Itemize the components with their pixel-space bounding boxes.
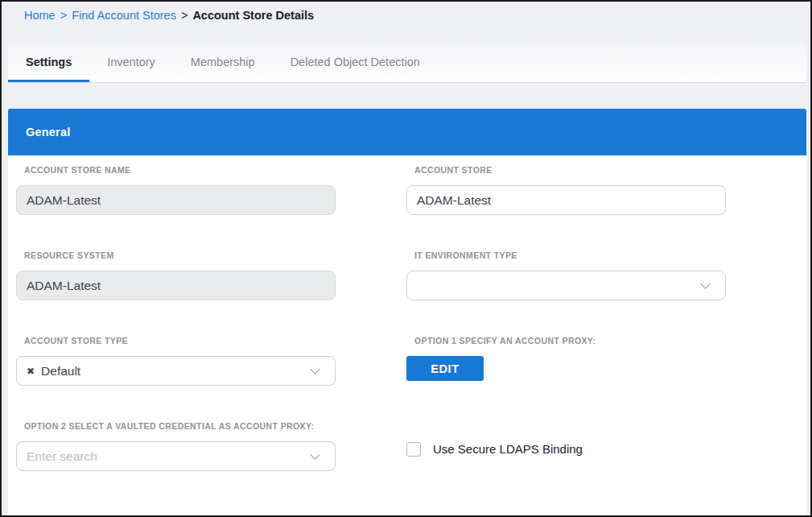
it-environment-type-dropdown[interactable]: [406, 271, 726, 300]
option2-vaulted-credential-field: OPTION 2 SELECT A VAULTED CREDENTIAL AS …: [16, 420, 336, 471]
breadcrumb-separator: >: [181, 9, 188, 22]
account-store-type-field: ACCOUNT STORE TYPE ✖ Default: [16, 335, 336, 386]
account-store-details-page: Home>Find Account Stores>Account Store D…: [0, 0, 812, 517]
breadcrumb: Home>Find Account Stores>Account Store D…: [24, 9, 314, 22]
use-secure-ldaps-binding-label: Use Secure LDAPS Binding: [433, 442, 583, 457]
tab-settings[interactable]: Settings: [8, 43, 89, 82]
tab-inventory[interactable]: Inventory: [89, 43, 173, 82]
resource-system-field: RESOURCE SYSTEM: [16, 250, 336, 300]
option2-label: OPTION 2 SELECT A VAULTED CREDENTIAL AS …: [24, 420, 336, 432]
edit-account-proxy-button[interactable]: EDIT: [406, 356, 484, 381]
tab-deleted-object-detection[interactable]: Deleted Object Detection: [273, 43, 438, 82]
account-store-name-label: ACCOUNT STORE NAME: [24, 164, 336, 176]
vaulted-credential-search-input[interactable]: [16, 441, 336, 471]
breadcrumb-find-account-stores-link[interactable]: Find Account Stores: [72, 9, 176, 22]
resource-system-input: [16, 271, 336, 300]
general-panel: General ACCOUNT STORE NAME ACCOUNT STORE…: [8, 109, 806, 515]
option1-label: OPTION 1 SPECIFY AN ACCOUNT PROXY:: [414, 335, 726, 346]
account-store-label: ACCOUNT STORE: [414, 164, 726, 176]
panel-title: General: [26, 126, 70, 139]
account-store-type-dropdown[interactable]: ✖ Default: [16, 356, 336, 386]
use-secure-ldaps-binding-checkbox[interactable]: [406, 442, 421, 457]
ldaps-binding-field: Use Secure LDAPS Binding: [406, 420, 726, 471]
account-store-field: ACCOUNT STORE: [406, 164, 726, 215]
tab-membership[interactable]: Membership: [173, 43, 273, 82]
account-store-name-field: ACCOUNT STORE NAME: [16, 164, 336, 215]
it-environment-type-field: IT ENVIRONMENT TYPE: [406, 250, 726, 300]
tab-bar: Settings Inventory Membership Deleted Ob…: [8, 43, 806, 83]
account-store-name-input: [16, 185, 336, 215]
breadcrumb-home-link[interactable]: Home: [24, 9, 56, 22]
label-spacer: [406, 420, 726, 441]
resource-system-label: RESOURCE SYSTEM: [24, 250, 336, 261]
general-panel-body: ACCOUNT STORE NAME ACCOUNT STORE RESOURC…: [8, 155, 806, 515]
general-panel-header: General: [8, 109, 806, 155]
clear-selection-icon[interactable]: ✖: [27, 366, 35, 376]
account-store-input[interactable]: [406, 185, 726, 215]
breadcrumb-separator: >: [60, 9, 67, 22]
it-environment-type-label: IT ENVIRONMENT TYPE: [414, 250, 726, 261]
account-store-type-value: Default: [41, 364, 80, 378]
breadcrumb-current-page: Account Store Details: [192, 9, 314, 22]
account-store-type-label: ACCOUNT STORE TYPE: [24, 335, 336, 346]
option1-account-proxy-field: OPTION 1 SPECIFY AN ACCOUNT PROXY: EDIT: [406, 335, 726, 386]
